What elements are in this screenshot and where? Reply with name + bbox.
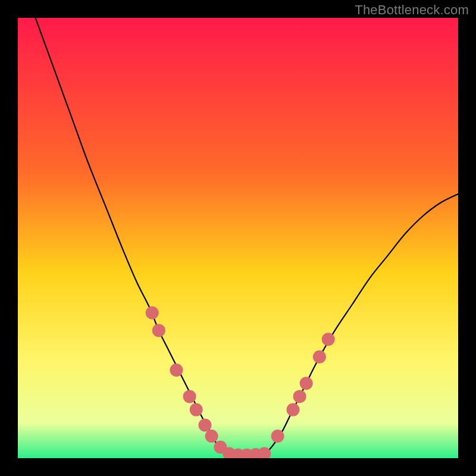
data-marker	[271, 430, 284, 443]
bottleneck-curve	[36, 18, 458, 456]
data-marker	[205, 430, 218, 443]
data-marker	[190, 403, 203, 416]
data-marker	[183, 390, 196, 403]
curve-layer	[18, 18, 458, 458]
data-marker	[146, 306, 159, 320]
data-marker	[258, 447, 271, 458]
chart-frame: TheBottleneck.com	[0, 0, 476, 476]
data-marker	[313, 350, 326, 364]
plot-area	[18, 18, 458, 458]
data-marker	[152, 324, 165, 337]
data-marker	[293, 390, 306, 403]
data-marker	[287, 403, 300, 416]
data-marker	[170, 364, 183, 377]
watermark-text: TheBottleneck.com	[355, 2, 469, 18]
data-marker	[199, 419, 212, 432]
data-marker	[322, 333, 335, 346]
data-marker	[300, 377, 313, 390]
